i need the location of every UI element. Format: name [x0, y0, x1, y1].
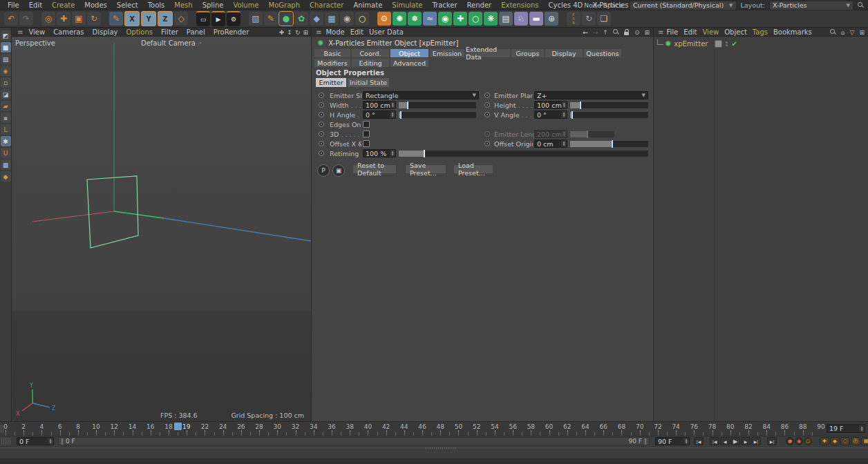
coordinate-system-icon[interactable]: ◇	[174, 12, 188, 26]
search-icon[interactable]	[830, 29, 836, 35]
axis-mode-icon[interactable]: L	[1, 124, 11, 135]
attribute-menu-user-data[interactable]: User Data	[369, 27, 409, 37]
menu-character[interactable]: Character	[305, 0, 348, 10]
viewport-menu-view[interactable]: View	[24, 27, 49, 37]
mograph-icon[interactable]: ✿	[294, 12, 308, 26]
menu-modes[interactable]: Modes	[79, 0, 111, 10]
tab-display[interactable]: Display	[545, 49, 583, 57]
animation-dot[interactable]	[319, 122, 324, 127]
lock-icon[interactable]	[624, 29, 630, 35]
menu-extensions[interactable]: Extensions	[496, 0, 543, 10]
menu-mesh[interactable]: Mesh	[169, 0, 197, 10]
dolly-view-icon[interactable]: ↕	[287, 29, 292, 36]
v-angle-slider[interactable]	[570, 112, 648, 118]
render-view-icon[interactable]: ▭	[196, 11, 210, 26]
autokey-button[interactable]: ○	[804, 437, 812, 445]
tab-advanced[interactable]: Advanced	[390, 59, 428, 67]
menu-tools[interactable]: Tools	[143, 0, 170, 10]
spline-pen-icon[interactable]: ✎	[264, 12, 278, 26]
move-tool-icon[interactable]: ✚	[57, 12, 70, 26]
workplane-mode-icon[interactable]: ◈	[1, 66, 11, 76]
viewport-filter-icon[interactable]: ✱	[1, 136, 11, 146]
add-panel-icon[interactable]: ⊞	[859, 29, 865, 36]
animation-dot[interactable]	[319, 93, 324, 98]
emitter-wireframe[interactable]	[87, 176, 138, 248]
workplane-lock-icon[interactable]: ◆	[1, 171, 11, 182]
xparticles-logo-icon[interactable]: P	[317, 164, 330, 177]
om-menu-file[interactable]: File	[666, 27, 683, 37]
menu-volume[interactable]: Volume	[228, 0, 263, 10]
viewport-menu-options[interactable]: Options	[122, 27, 157, 37]
range-end-field[interactable]: 90 F ▲▼	[655, 437, 690, 445]
up-arrow-icon[interactable]: ↑	[603, 29, 608, 36]
filter-icon[interactable]: ▽	[850, 29, 855, 36]
rotate-tool-icon[interactable]: ↻	[87, 12, 101, 26]
make-editable-icon[interactable]: ◩	[1, 30, 11, 41]
object-tree-item-xpemitter[interactable]: ✺ xpEmitter ✔	[654, 39, 868, 49]
node-space-dropdown[interactable]: Current (Standard/Physical) ▼	[630, 1, 737, 10]
back-arrow-icon[interactable]: ←	[583, 29, 588, 36]
last-tool-icon[interactable]: ✎	[109, 12, 123, 26]
om-menu-bookmarks[interactable]: Bookmarks	[773, 27, 818, 37]
menu-spline[interactable]: Spline	[198, 0, 229, 10]
load-preset-button[interactable]: Load Preset...	[453, 164, 493, 174]
goto-end-button[interactable]: ▶|	[767, 437, 777, 445]
h-angle-field[interactable]: 0 ° ▲▼	[363, 110, 396, 119]
goto-start-button[interactable]: |◀	[694, 437, 704, 445]
notes-icon[interactable]: ❏	[597, 12, 611, 26]
offset-origin-field[interactable]: 0 cm ▲▼	[534, 139, 567, 148]
spinner-arrows[interactable]: ▲▼	[48, 438, 53, 445]
attribute-menu-mode[interactable]: Mode	[326, 27, 350, 37]
tab-object[interactable]: Object	[390, 49, 428, 57]
keyframe-rotation-icon[interactable]: ◌	[840, 437, 850, 445]
prev-frame-button[interactable]: ◀	[720, 437, 730, 445]
burger-menu-icon[interactable]: ≡	[316, 28, 321, 36]
tab-groups[interactable]: Groups	[511, 49, 544, 57]
xp-light-icon[interactable]: ○	[469, 12, 482, 26]
height-slider[interactable]	[570, 102, 648, 108]
xp-emitter-object-icon[interactable]: ✺	[665, 39, 671, 48]
floor-icon[interactable]: ▦	[325, 12, 339, 26]
record-keyframe-button[interactable]: ●	[786, 437, 794, 445]
playhead-marker[interactable]	[174, 423, 182, 430]
fsr-icon[interactable]: F 5 R	[567, 12, 581, 26]
om-menu-tags[interactable]: Tags	[753, 27, 773, 37]
menu-animate[interactable]: Animate	[348, 0, 387, 10]
retiming-slider[interactable]	[399, 151, 648, 157]
xp-fluids-icon[interactable]: ❅	[408, 12, 422, 26]
animation-dot[interactable]	[484, 141, 490, 146]
transport-grip[interactable]	[1, 438, 11, 445]
next-frame-button[interactable]: ▶	[741, 437, 751, 445]
layer-chip-icon[interactable]	[715, 40, 722, 48]
emitter-camera-icon[interactable]: ▣	[332, 164, 345, 177]
animation-dot[interactable]	[319, 141, 324, 146]
om-menu-view[interactable]: View	[703, 27, 725, 37]
edge-mode-icon[interactable]: ◪	[1, 89, 11, 99]
object-name[interactable]: xpEmitter	[674, 40, 708, 48]
toggle-view-icon[interactable]: ⊞	[303, 29, 308, 36]
spinner-arrows[interactable]: ▲▼	[683, 438, 689, 445]
render-settings-icon[interactable]: ⚙	[227, 11, 240, 26]
xp-emitter-icon[interactable]: ✺	[393, 12, 406, 26]
render-picture-viewer-icon[interactable]: ▶	[211, 11, 225, 26]
menu-edit[interactable]: Edit	[24, 0, 47, 10]
quantize-icon[interactable]: ▦	[1, 160, 11, 170]
polygon-mode-icon[interactable]: ▰	[1, 101, 11, 111]
light-icon[interactable]: ○	[355, 12, 369, 26]
rotate-view-icon[interactable]: ↻	[295, 29, 301, 36]
animation-dot[interactable]	[484, 93, 490, 98]
tab-modifiers[interactable]: Modifiers	[314, 59, 350, 67]
viewport-menu-panel[interactable]: Panel	[182, 27, 209, 37]
play-button[interactable]: ▶	[730, 437, 740, 445]
generator-icon[interactable]: ●	[279, 12, 293, 26]
viewport-menu-prorender[interactable]: ProRender	[209, 27, 253, 37]
xp-generator-icon[interactable]: ◉	[438, 12, 452, 26]
animation-dot[interactable]	[319, 112, 324, 117]
range-end-handle[interactable]: ‖	[642, 438, 649, 445]
tab-emission[interactable]: Emission	[430, 49, 464, 57]
xparticles-system-icon[interactable]: ⚙	[377, 12, 391, 26]
menu-create[interactable]: Create	[47, 0, 79, 10]
subtab-initial-state[interactable]: Initial State	[348, 78, 389, 87]
reset-to-default-button[interactable]: Reset to Default	[352, 164, 397, 174]
emitter-shape-dropdown[interactable]: Rectangle ▼	[363, 91, 479, 99]
